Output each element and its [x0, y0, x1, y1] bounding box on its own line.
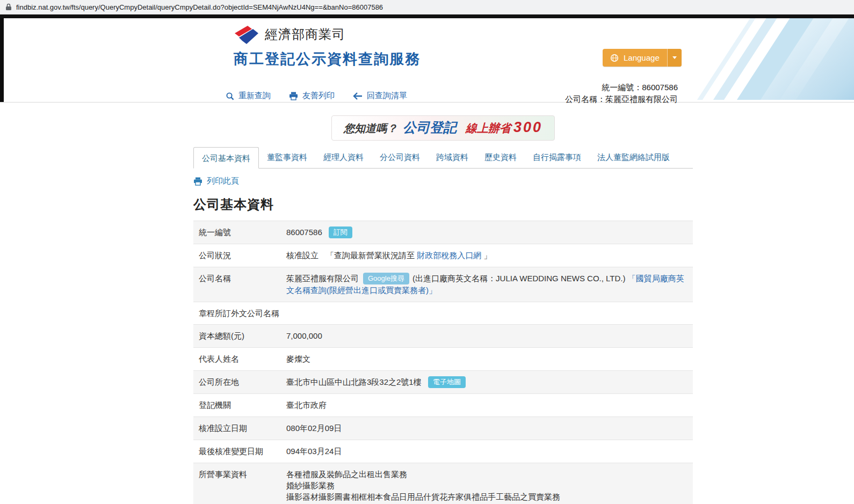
row-label: 統一編號 [193, 221, 286, 244]
site-header: 經濟部商業司 商工登記公示資料查詢服務 重新查詢 友善列印 回查詢清單 [0, 18, 854, 102]
subscribe-badge[interactable]: 訂閱 [329, 227, 352, 238]
print-page-label: 列印此頁 [207, 176, 239, 186]
browser-url-bar[interactable]: findbiz.nat.gov.tw/fts/query/QueryCmpyDe… [0, 0, 854, 14]
banner-registration: 公司登記 [403, 119, 457, 136]
row-label: 最後核准變更日期 [193, 440, 286, 463]
browser-chrome-edge [0, 14, 854, 18]
tab-managers[interactable]: 經理人資料 [315, 147, 372, 168]
decorative-corner-graphic [693, 18, 854, 100]
row-label: 公司狀況 [193, 244, 286, 267]
agency-name: 經濟部商業司 [265, 26, 345, 43]
table-row-approval-date: 核准設立日期 080年02月09日 [193, 417, 693, 440]
language-label: Language [624, 53, 660, 62]
row-label: 章程所訂外文公司名稱 [193, 302, 286, 324]
table-row-representative: 代表人姓名 麥燦文 [193, 348, 693, 371]
row-value: 臺北市中山區中山北路3段32之2號1樓 電子地圖 [286, 371, 693, 393]
emap-badge[interactable]: 電子地圖 [428, 376, 466, 388]
url-text[interactable]: findbiz.nat.gov.tw/fts/query/QueryCmpyDe… [16, 3, 383, 11]
banner-question: 您知道嗎？ [344, 121, 397, 136]
tax-portal-link[interactable]: 財政部稅務入口網 [417, 251, 481, 260]
requery-label: 重新查詢 [238, 91, 271, 101]
back-to-list-link[interactable]: 回查詢清單 [353, 91, 407, 101]
requery-link[interactable]: 重新查詢 [226, 91, 271, 101]
tab-corporate-network-trial[interactable]: 法人董監網絡試用版 [589, 147, 678, 168]
printer-icon [193, 177, 202, 186]
row-value: 7,000,000 [286, 325, 693, 347]
basic-info-table: 統一編號 86007586 訂閱 公司狀況 核准設立「查詢最新營業狀況請至 財政… [193, 221, 693, 504]
row-value: 麥燦文 [286, 348, 693, 370]
banner-save-online: 線上辦省 [466, 121, 511, 136]
print-page-link[interactable]: 列印此頁 [193, 176, 239, 186]
friendly-print-link[interactable]: 友善列印 [289, 91, 335, 101]
row-label: 核准設立日期 [193, 417, 286, 440]
business-item: 各種禮服及裝飾品之出租出售業務 [286, 469, 687, 480]
printer-icon [289, 92, 298, 100]
row-value: 臺北市政府 [286, 394, 693, 417]
table-row-foreign-name: 章程所訂外文公司名稱 [193, 302, 693, 325]
row-label: 公司名稱 [193, 267, 286, 302]
banner-amount: 300 [513, 119, 542, 136]
row-label: 登記機關 [193, 394, 286, 417]
row-label: 代表人姓名 [193, 348, 286, 370]
tab-self-disclosure[interactable]: 自行揭露事項 [525, 147, 589, 168]
tab-branches[interactable]: 分公司資料 [372, 147, 428, 168]
row-label: 資本總額(元) [193, 325, 286, 347]
back-arrow-icon [353, 92, 363, 100]
table-row-authority: 登記機關 臺北市政府 [193, 394, 693, 417]
row-value: 080年02月09日 [286, 417, 693, 440]
table-row-uid: 統一編號 86007586 訂閱 [193, 221, 693, 244]
row-label: 所營事業資料 [193, 463, 286, 504]
tab-cross-domain[interactable]: 跨域資料 [428, 147, 476, 168]
header-divider [0, 102, 854, 103]
row-value: 各種禮服及裝飾品之出租出售業務 婚紗攝影業務 攝影器材攝影圖書相框相本食品日用品… [286, 463, 693, 504]
business-item: 攝影器材攝影圖書相框相本食品日用品什貨花卉家俱禮品手工藝品之買賣業務 [286, 491, 687, 502]
table-row-business-scope: 所營事業資料 各種禮服及裝飾品之出租出售業務 婚紗攝影業務 攝影器材攝影圖書相框… [193, 463, 693, 504]
tab-bar: 公司基本資料 董監事資料 經理人資料 分公司資料 跨域資料 歷史資料 自行揭露事… [193, 147, 693, 169]
language-button[interactable]: Language [603, 49, 682, 67]
table-row-name: 公司名稱 茱麗亞禮服有限公司Google搜尋 (出進口廠商英文名稱：JULIA … [193, 267, 693, 302]
row-value: 86007586 訂閱 [286, 221, 693, 244]
row-label: 公司所在地 [193, 371, 286, 393]
friendly-print-label: 友善列印 [302, 91, 335, 101]
row-value [286, 302, 693, 324]
search-icon [226, 92, 234, 100]
service-title: 商工登記公示資料查詢服務 [234, 49, 421, 69]
table-row-last-change-date: 最後核准變更日期 094年03月24日 [193, 440, 693, 463]
globe-icon [610, 54, 619, 62]
chevron-down-icon [672, 56, 677, 59]
table-row-status: 公司狀況 核准設立「查詢最新營業狀況請至 財政部稅務入口網 」 [193, 244, 693, 267]
google-search-badge[interactable]: Google搜尋 [363, 273, 409, 284]
tab-company-basic[interactable]: 公司基本資料 [193, 147, 259, 169]
back-to-list-label: 回查詢清單 [367, 91, 407, 101]
row-value: 094年03月24日 [286, 440, 693, 463]
header-toolbar: 重新查詢 友善列印 回查詢清單 [226, 91, 425, 101]
lock-icon [5, 3, 12, 11]
company-uid-text: 統一編號：86007586 [565, 82, 678, 93]
tab-directors[interactable]: 董監事資料 [259, 147, 315, 168]
promo-banner[interactable]: 您知道嗎？ 公司登記 線上辦省 300 [331, 115, 555, 141]
table-row-capital: 資本總額(元) 7,000,000 [193, 325, 693, 348]
agency-logo [234, 24, 259, 45]
row-value: 核准設立「查詢最新營業狀況請至 財政部稅務入口網 」 [286, 244, 693, 267]
language-dropdown-toggle[interactable] [667, 49, 682, 67]
tab-history[interactable]: 歷史資料 [476, 147, 525, 168]
row-value: 茱麗亞禮服有限公司Google搜尋 (出進口廠商英文名稱：JULIA WEDDI… [286, 267, 693, 302]
table-row-address: 公司所在地 臺北市中山區中山北路3段32之2號1樓 電子地圖 [193, 371, 693, 394]
business-item: 婚紗攝影業務 [286, 480, 687, 491]
section-title: 公司基本資料 [193, 196, 693, 213]
company-name-text: 公司名稱：茱麗亞禮服有限公司 [565, 93, 678, 105]
